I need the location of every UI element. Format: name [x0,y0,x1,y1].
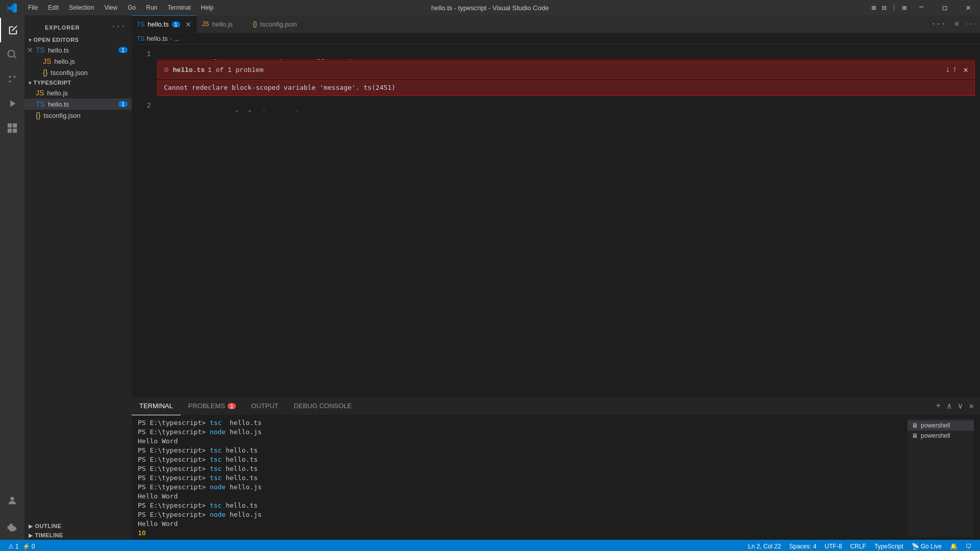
more-actions-button[interactable]: ··· [962,20,980,28]
panel-add-button[interactable]: + [934,400,943,412]
error-count: 1 of 1 problem [208,66,263,74]
activity-search[interactable] [0,42,24,67]
tab-hello-ts[interactable]: TS hello.ts 1 ✕ [132,15,197,33]
status-spaces[interactable]: Spaces: 4 [785,540,820,551]
close-hello-ts-icon[interactable]: ✕ [27,46,33,54]
menu-help[interactable]: Help [196,0,219,15]
sidebar-item-hello-js[interactable]: JS hello.js [24,87,132,98]
section-timeline-label: Timeline [35,532,63,538]
title-bar-menu: File Edit Selection View Go Run Terminal… [0,0,218,15]
error-close-button[interactable]: ✕ [963,65,968,75]
terminal-line-10: PS E:\typescript> tsc hello.ts [138,501,903,510]
sidebar-more-button[interactable]: ··· [111,22,126,31]
sidebar-item-hello-ts[interactable]: TS hello.ts 1 [24,98,132,110]
section-typescript[interactable]: ▾ TypeScript [24,78,132,87]
golive-icon: 📡 [912,543,919,550]
code-line-2[interactable]: console.log(message); [157,96,980,111]
minimize-button[interactable]: − [910,0,933,15]
status-position[interactable]: Ln 2, Col 22 [744,540,786,551]
sidebar-hello-ts: hello.ts [48,101,69,108]
breadcrumb-sep: › [170,36,172,42]
layout-btn-2[interactable]: ⊟ [880,3,888,13]
menu-terminal[interactable]: Terminal [162,0,195,15]
error-prev-button[interactable]: ↓ [945,65,950,74]
section-timeline[interactable]: ▶ Timeline [24,531,132,540]
status-golive[interactable]: 📡 Go Live [908,540,946,551]
status-language[interactable]: TypeScript [870,540,908,551]
tab-tsconfig-label: tsconfig.json [260,20,297,28]
sidebar-item-tsconfig[interactable]: {} tsconfig.json [24,110,132,121]
vscode-logo[interactable] [0,3,23,13]
sidebar-item-tsconfig-open[interactable]: {} tsconfig.json [24,67,132,78]
tab-more-button[interactable]: ··· [927,19,950,29]
panel-tab-right: + ∧ ∨ ✕ [934,400,980,412]
status-eol[interactable]: CRLF [846,540,870,551]
window-title: hello.ts - typescript - Visual Studio Co… [431,4,549,12]
split-editor-button[interactable]: ⊞ [952,20,962,28]
terminal-line-9: Hello Word [138,492,903,501]
status-encoding[interactable]: UTF-8 [821,540,846,551]
menu-run[interactable]: Run [141,0,162,15]
terminal-line-4: PS E:\typescript> tsc hello.ts [138,446,903,455]
activity-extensions[interactable] [0,116,24,140]
tab-tsconfig[interactable]: {} tsconfig.json [248,15,303,33]
layout-btn-3[interactable]: ⊞ [900,3,909,13]
section-outline[interactable]: ▶ Outline [24,521,132,531]
menu-selection[interactable]: Selection [64,0,99,15]
tab-debug-console[interactable]: DEBUG CONSOLE [286,397,359,415]
terminal-main[interactable]: PS E:\typescript> tsc hello.ts PS E:\typ… [138,418,903,537]
close-button[interactable]: ✕ [957,0,980,15]
method-log: log [249,110,261,111]
section-open-editors-label: Open Editors [34,37,79,43]
code-line-1[interactable]: let message:string = 'Hello Word'; [157,44,975,60]
panel-tabs: TERMINAL PROBLEMS 1 OUTPUT DEBUG CONSOLE… [132,397,980,415]
status-notifications[interactable]: 🔔 [946,540,962,551]
semicolon: ; [356,58,360,60]
tab-hello-ts-close[interactable]: ✕ [185,20,191,29]
restore-button[interactable]: ◻ [933,0,957,15]
menu-file[interactable]: File [23,0,43,15]
dot: . [244,110,248,111]
section-open-editors[interactable]: ▾ Open Editors [24,35,132,44]
section-typescript-label: TypeScript [34,80,71,86]
menu-view[interactable]: View [99,0,122,15]
chevron-typescript: ▾ [29,80,32,86]
terminal-instance-1[interactable]: 🖥 powershell [908,420,974,431]
menu-edit[interactable]: Edit [43,0,64,15]
activity-account[interactable] [0,488,24,513]
activity-settings[interactable] [0,515,24,540]
svg-rect-4 [13,123,17,128]
ts-file-icon-2: TS [36,100,45,108]
status-errors[interactable]: ⚠ 1 ⚡ 0 [4,540,39,551]
powershell-label-1: powershell [921,422,950,429]
breadcrumb-symbol[interactable]: ... [174,35,179,42]
editor-line-2-wrapper: 2 console.log(message); [132,96,980,111]
panel-chevron-up-button[interactable]: ∧ [945,400,954,412]
sidebar-item-hello-js-open[interactable]: JS hello.js [24,56,132,67]
panel-chevron-down-button[interactable]: ∨ [956,400,965,412]
tab-output[interactable]: OUTPUT [243,397,286,415]
activity-source-control[interactable] [0,67,24,91]
svg-point-1 [9,81,11,83]
error-widget: ⊘ hello.ts 1 of 1 problem ↓ ↑ ✕ [157,61,975,79]
error-next-button[interactable]: ↑ [952,65,958,74]
panel-close-button[interactable]: ✕ [967,400,976,412]
open-editor-hello-js: hello.js [54,58,75,65]
breadcrumb-file[interactable]: hello.ts [146,35,167,42]
status-feedback[interactable]: 🗨 [962,540,976,551]
problems-label: PROBLEMS [188,402,225,410]
layout-btn-1[interactable]: ⊞ [869,3,877,13]
terminal-instance-2[interactable]: 🖥 powershell [908,431,974,441]
error-count-icon: ⚠ [8,543,14,550]
terminal-line-11: PS E:\typescript> node hello.js [138,510,903,519]
terminal-instances: 🖥 powershell 🖥 powershell [908,418,974,537]
editor-empty-space[interactable] [132,111,980,397]
error-file: hello.ts [173,66,205,74]
sidebar-item-hello-ts-open[interactable]: ✕ TS hello.ts 1 [24,44,132,56]
menu-go[interactable]: Go [122,0,141,15]
tab-hello-js[interactable]: JS hello.js [197,15,248,33]
tab-terminal[interactable]: TERMINAL [132,397,181,415]
activity-run[interactable] [0,91,24,116]
tab-problems[interactable]: PROBLEMS 1 [181,397,243,415]
activity-explorer[interactable] [0,18,24,42]
